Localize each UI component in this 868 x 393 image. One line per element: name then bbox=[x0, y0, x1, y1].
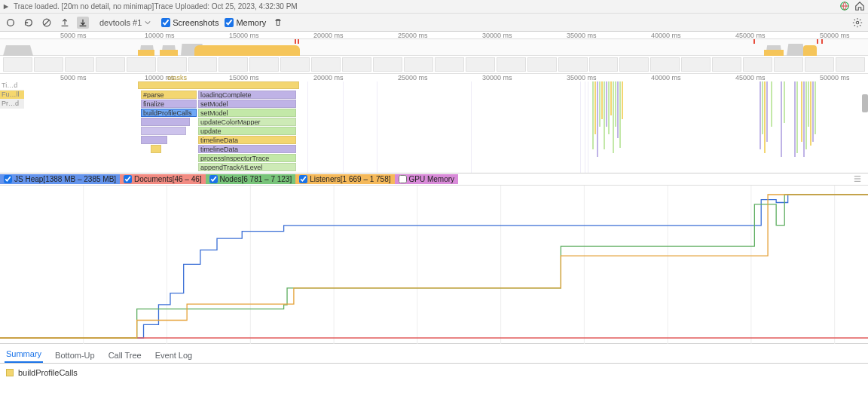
screenshot-thumb[interactable] bbox=[774, 57, 803, 72]
svg-point-1 bbox=[8, 19, 14, 26]
play-icon bbox=[3, 2, 11, 11]
ruler-tick: 45000 ms bbox=[735, 32, 766, 39]
screenshot-thumb[interactable] bbox=[3, 57, 32, 72]
flame-processinspectortrace[interactable]: processInspectorTrace bbox=[198, 154, 296, 162]
screenshot-thumb[interactable] bbox=[188, 57, 218, 72]
screenshot-thumb[interactable] bbox=[373, 57, 402, 72]
screenshot-thumb[interactable] bbox=[589, 57, 619, 72]
screenshot-thumb[interactable] bbox=[497, 57, 526, 72]
flame-timelinedata2[interactable]: timelineData bbox=[198, 145, 296, 153]
screenshot-thumb[interactable] bbox=[527, 57, 557, 72]
microtasks-label: otasks bbox=[167, 74, 187, 81]
flame-anon[interactable] bbox=[151, 145, 161, 153]
status-bar: Trace loaded. [20m no detail, no minimap… bbox=[0, 0, 868, 14]
flame-setmodel[interactable]: setModel bbox=[198, 100, 296, 108]
record-button[interactable] bbox=[5, 17, 17, 29]
ruler-tick: 40000 ms bbox=[651, 32, 681, 39]
flame-loadingcomplete[interactable]: loadingComplete bbox=[198, 91, 296, 99]
ruler-tick: 15000 ms bbox=[229, 32, 259, 39]
screenshot-thumb[interactable] bbox=[619, 57, 649, 72]
overview-strip[interactable] bbox=[0, 39, 868, 56]
screenshot-thumb[interactable] bbox=[404, 57, 433, 72]
detail-name: buildProfileCalls bbox=[18, 368, 78, 377]
reload-button[interactable] bbox=[23, 17, 35, 29]
flame-parse[interactable]: #parse bbox=[141, 91, 197, 99]
detail-swatch bbox=[6, 369, 14, 376]
ruler-tick: 30000 ms bbox=[482, 32, 512, 39]
screenshot-thumb[interactable] bbox=[65, 57, 94, 72]
flame-anon[interactable] bbox=[141, 127, 186, 135]
counter-chart[interactable] bbox=[0, 186, 868, 344]
flame-appendtrackatlevel[interactable]: appendTrackAtLevel bbox=[198, 163, 296, 171]
flame-ruler: 5000 ms 10000 ms 15000 ms 20000 ms 25000… bbox=[0, 74, 868, 81]
screenshot-thumb[interactable] bbox=[342, 57, 371, 72]
svg-line-3 bbox=[44, 20, 50, 25]
flame-anon[interactable] bbox=[141, 118, 190, 126]
sessions-dropdown[interactable]: devtools #1 bbox=[95, 17, 155, 29]
svg-point-4 bbox=[856, 21, 859, 24]
ruler-tick: 20000 ms bbox=[313, 32, 344, 39]
detail-tabs: Summary Bottom-Up Call Tree Event Log bbox=[0, 344, 868, 364]
screenshot-thumb[interactable] bbox=[34, 57, 63, 72]
tab-eventlog[interactable]: Event Log bbox=[154, 347, 194, 363]
screenshot-thumb[interactable] bbox=[435, 57, 464, 72]
flame-anon[interactable] bbox=[141, 136, 167, 144]
flame-timelinedata[interactable]: timelineData bbox=[198, 136, 296, 144]
flame-chart[interactable]: 5000 ms 10000 ms 15000 ms 20000 ms 25000… bbox=[0, 74, 868, 173]
flame-update[interactable]: update bbox=[198, 127, 296, 135]
download-button[interactable] bbox=[77, 17, 89, 29]
screenshot-thumb[interactable] bbox=[249, 57, 279, 72]
screenshot-thumb[interactable] bbox=[650, 57, 680, 72]
screenshots-checkbox[interactable] bbox=[161, 18, 170, 27]
status-text-1: Trace loaded. [20m no detail, no minimap… bbox=[14, 2, 154, 11]
screenshot-thumb[interactable] bbox=[157, 57, 187, 72]
flame-buildprofilecalls[interactable]: buildProfileCalls bbox=[141, 109, 197, 117]
flame-updatecolormapper[interactable]: updateColorMapper bbox=[198, 118, 296, 126]
ruler-tick: 10000 ms bbox=[145, 32, 175, 39]
tab-calltree[interactable]: Call Tree bbox=[107, 347, 143, 363]
memory-toggle[interactable]: Memory bbox=[225, 18, 266, 27]
counter-legend: JS Heap[1388 MB – 2385 MB] Documents[46 … bbox=[0, 173, 868, 186]
ruler-tick: 35000 ms bbox=[567, 32, 597, 39]
screenshots-toggle[interactable]: Screenshots bbox=[161, 18, 219, 27]
screenshot-thumb[interactable] bbox=[280, 57, 310, 72]
flame-finalize[interactable]: finalize bbox=[141, 100, 197, 108]
globe-icon[interactable] bbox=[839, 1, 850, 13]
screenshot-strip[interactable] bbox=[0, 56, 868, 74]
screenshot-thumb[interactable] bbox=[311, 57, 341, 72]
screenshot-thumb[interactable] bbox=[712, 57, 741, 72]
screenshot-thumb[interactable] bbox=[466, 57, 495, 72]
settings-button[interactable] bbox=[851, 17, 863, 29]
screenshot-thumb[interactable] bbox=[836, 57, 865, 72]
sessions-dropdown-label: devtools #1 bbox=[99, 18, 142, 27]
screenshot-thumb[interactable] bbox=[127, 57, 156, 72]
flame-content[interactable]: #parse finalize buildProfileCalls loadin… bbox=[0, 81, 868, 173]
screenshot-thumb[interactable] bbox=[743, 57, 772, 72]
flame-setmodel2[interactable]: setModel bbox=[198, 109, 296, 117]
legend-nodes[interactable]: Nodes[6 781 – 7 123] bbox=[206, 174, 296, 184]
screenshots-label: Screenshots bbox=[173, 18, 219, 27]
screenshot-thumb[interactable] bbox=[558, 57, 588, 72]
toolbar: devtools #1 Screenshots Memory bbox=[0, 14, 868, 32]
flame-task[interactable] bbox=[138, 81, 299, 89]
overview-ruler[interactable]: 5000 ms 10000 ms 15000 ms 20000 ms 25000… bbox=[0, 32, 868, 39]
memory-label: Memory bbox=[236, 18, 266, 27]
legend-menu-icon[interactable] bbox=[853, 175, 868, 184]
ruler-tick: 5000 ms bbox=[60, 32, 87, 39]
garbage-collect-button[interactable] bbox=[272, 17, 284, 29]
legend-documents[interactable]: Documents[46 – 46] bbox=[120, 174, 206, 184]
clear-button[interactable] bbox=[41, 17, 53, 29]
memory-checkbox[interactable] bbox=[225, 18, 234, 27]
screenshot-thumb[interactable] bbox=[96, 57, 125, 72]
screenshot-thumb[interactable] bbox=[805, 57, 834, 72]
screenshot-thumb[interactable] bbox=[681, 57, 711, 72]
upload-button[interactable] bbox=[59, 17, 71, 29]
scroll-handle[interactable] bbox=[862, 94, 868, 112]
legend-listeners[interactable]: Listeners[1 669 – 1 758] bbox=[295, 174, 394, 184]
tab-summary[interactable]: Summary bbox=[5, 345, 43, 363]
home-icon[interactable] bbox=[854, 1, 865, 13]
legend-jsheap[interactable]: JS Heap[1388 MB – 2385 MB] bbox=[0, 174, 120, 184]
legend-gpu[interactable]: GPU Memory bbox=[395, 174, 459, 184]
screenshot-thumb[interactable] bbox=[219, 57, 248, 72]
tab-bottomup[interactable]: Bottom-Up bbox=[53, 347, 96, 363]
